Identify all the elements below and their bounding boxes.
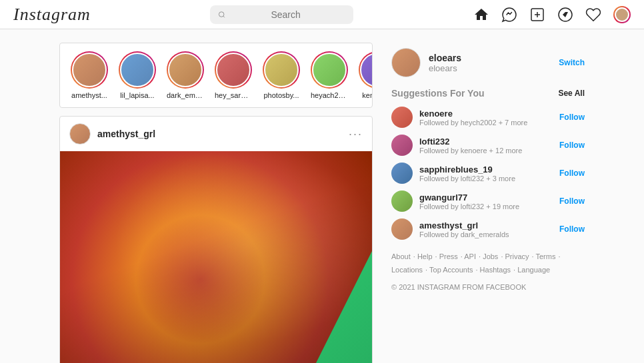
heart-icon[interactable] [585, 7, 601, 23]
story-avatar [216, 53, 251, 87]
instagram-logo: Instagram [13, 5, 91, 25]
suggestion-avatar [391, 135, 413, 156]
story-ring [71, 51, 108, 89]
suggestion-avatar [391, 163, 413, 184]
footer-copyright: © 2021 INSTAGRAM FROM FACEBOOK [391, 281, 585, 294]
story-ring [119, 51, 156, 89]
story-avatar [168, 53, 203, 87]
footer-link[interactable]: Locations [391, 266, 423, 274]
story-avatar [264, 53, 299, 87]
suggestion-item: sapphireblues_19 Followed by lofti232 + … [391, 163, 585, 184]
footer-separator: · [558, 252, 560, 260]
search-input[interactable] [226, 9, 346, 20]
sidebar-handle: eloears [429, 63, 461, 73]
suggestions-label: Suggestions For You [391, 88, 485, 99]
footer-link[interactable]: About [391, 252, 411, 260]
suggestion-followed-by: Followed by kenoere + 12 more [419, 147, 522, 155]
story-item[interactable]: hey_sarah... [215, 51, 252, 99]
nav-icons [473, 6, 631, 23]
story-username: dark_eme... [167, 91, 204, 99]
story-username: heyach2002 [311, 91, 348, 99]
story-item[interactable]: amethyst... [71, 51, 108, 99]
story-ring [215, 51, 252, 89]
suggestion-name[interactable]: amesthyst_grl [419, 220, 509, 230]
basketball-image [60, 151, 372, 363]
sidebar-profile-left: eloears eloears [391, 48, 461, 77]
suggestion-left: amesthyst_grl Followed by dark_emeralds [391, 218, 509, 240]
suggestion-left: kenoere Followed by heych2002 + 7 more [391, 107, 527, 128]
explore-icon[interactable] [557, 7, 573, 23]
story-item[interactable]: dark_eme... [167, 51, 204, 99]
svg-marker-6 [563, 12, 568, 17]
suggestion-avatar [391, 190, 413, 212]
follow-button[interactable]: Follow [559, 169, 585, 178]
suggestion-name[interactable]: gwangurl77 [419, 192, 519, 202]
suggestion-name[interactable]: lofti232 [419, 137, 522, 147]
footer-separator: · [413, 252, 417, 260]
home-icon[interactable] [473, 7, 489, 23]
story-username: lil_lapisa... [120, 91, 154, 99]
suggestion-info: lofti232 Followed by kenoere + 12 more [419, 137, 522, 155]
post-user[interactable]: amethyst_grl [69, 123, 155, 145]
footer-link[interactable]: Language [517, 266, 550, 274]
sidebar-username[interactable]: eloears [429, 53, 461, 63]
navbar: Instagram [0, 0, 644, 29]
follow-button[interactable]: Follow [559, 113, 585, 122]
footer-link[interactable]: Hashtags [480, 266, 511, 274]
footer-link[interactable]: Help [417, 252, 433, 260]
footer-link[interactable]: Top Accounts [429, 266, 473, 274]
sidebar-user-info: eloears eloears [429, 53, 461, 73]
search-icon [218, 11, 225, 19]
story-avatar [312, 53, 347, 87]
switch-button[interactable]: Switch [559, 58, 585, 67]
suggestion-item: amesthyst_grl Followed by dark_emeralds … [391, 218, 585, 240]
suggestion-followed-by: Followed by heych2002 + 7 more [419, 119, 527, 127]
story-username: amethyst... [71, 91, 107, 99]
suggestions-list: kenoere Followed by heych2002 + 7 more F… [391, 107, 585, 240]
footer-link[interactable]: API [464, 252, 476, 260]
suggestion-avatar [391, 218, 413, 240]
footer-link[interactable]: Terms [535, 252, 555, 260]
story-ring [263, 51, 300, 89]
suggestion-item: gwangurl77 Followed by lofti232 + 19 mor… [391, 190, 585, 212]
follow-button[interactable]: Follow [559, 196, 585, 206]
suggestion-avatar [391, 107, 413, 128]
post-username[interactable]: amethyst_grl [97, 129, 155, 139]
search-bar[interactable] [210, 5, 353, 24]
add-post-icon[interactable] [529, 7, 545, 23]
story-item[interactable]: photosby... [263, 51, 300, 99]
feed-section: amethyst... lil_lapisa... dark_eme... he… [59, 43, 373, 350]
svg-point-0 [219, 11, 225, 17]
story-ring [359, 51, 373, 89]
profile-avatar[interactable] [613, 6, 631, 23]
follow-button[interactable]: Follow [559, 224, 585, 234]
suggestion-name[interactable]: sapphireblues_19 [419, 165, 515, 175]
sidebar-avatar [391, 48, 421, 77]
post-container: amethyst_grl ··· [59, 116, 373, 363]
story-item[interactable]: kenzoere [359, 51, 373, 99]
suggestion-left: lofti232 Followed by kenoere + 12 more [391, 135, 522, 156]
story-avatar [72, 53, 107, 87]
story-item[interactable]: lil_lapisa... [119, 51, 156, 99]
follow-button[interactable]: Follow [559, 141, 585, 150]
suggestion-name[interactable]: kenoere [419, 109, 527, 119]
suggestion-left: gwangurl77 Followed by lofti232 + 19 mor… [391, 190, 519, 212]
story-ring [167, 51, 204, 89]
post-avatar [69, 123, 91, 145]
messenger-icon[interactable] [501, 7, 517, 23]
story-item[interactable]: heyach2002 [311, 51, 348, 99]
footer-link[interactable]: Press [439, 252, 458, 260]
main-container: amethyst... lil_lapisa... dark_eme... he… [0, 29, 644, 363]
post-more-button[interactable]: ··· [349, 127, 363, 141]
footer-links: About· Help· Press· API· Jobs· Privacy· … [391, 250, 585, 294]
stories-container: amethyst... lil_lapisa... dark_eme... he… [59, 43, 373, 108]
suggestion-info: sapphireblues_19 Followed by lofti232 + … [419, 165, 515, 182]
post-image [60, 151, 372, 363]
suggestion-followed-by: Followed by dark_emeralds [419, 230, 509, 238]
suggestions-header: Suggestions For You See All [391, 88, 585, 99]
suggestion-info: gwangurl77 Followed by lofti232 + 19 mor… [419, 192, 519, 210]
footer-link[interactable]: Jobs [483, 252, 498, 260]
suggestion-info: amesthyst_grl Followed by dark_emeralds [419, 220, 509, 238]
see-all-button[interactable]: See All [558, 89, 585, 98]
footer-link[interactable]: Privacy [505, 252, 529, 260]
